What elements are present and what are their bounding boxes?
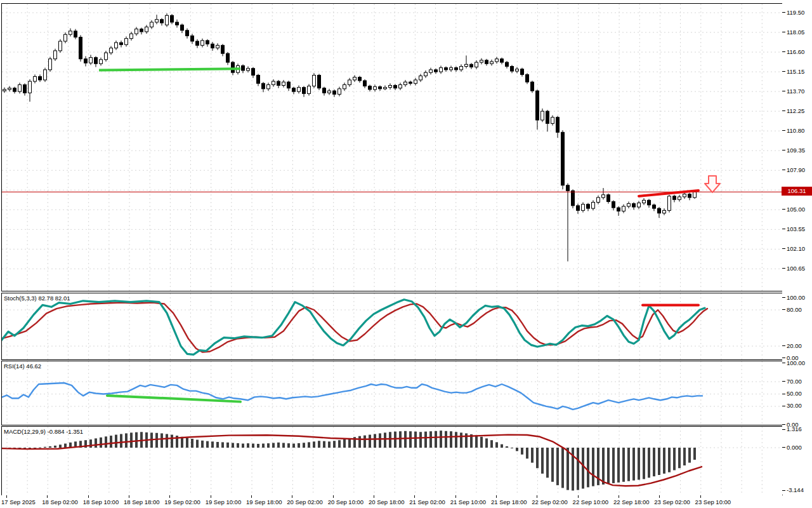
price-axis-label: 102.10 [787, 245, 805, 252]
scale-tick [782, 51, 785, 52]
scale-tick [782, 150, 785, 150]
macd-axis-label: 0.000 [787, 444, 802, 451]
time-tick [129, 495, 129, 498]
scale-tick [782, 345, 785, 346]
time-tick [537, 495, 537, 498]
scale-tick [782, 32, 785, 32]
rsi-axis-label: 100.00 [787, 359, 805, 366]
time-axis-label: 19 Sep 02:00 [164, 498, 200, 505]
time-axis-label: 19 Sep 18:00 [246, 498, 282, 505]
time-tick [169, 495, 170, 498]
time-axis-label: 19 Sep 10:00 [206, 498, 242, 505]
time-axis-label: 18 Sep 18:00 [124, 498, 160, 505]
time-tick [6, 495, 7, 498]
macd-panel[interactable] [1, 426, 783, 496]
time-tick [47, 495, 48, 498]
time-axis-label: 21 Sep 18:00 [491, 498, 527, 505]
time-tick [88, 495, 89, 498]
macd-axis-label: -3.144 [787, 486, 804, 493]
price-axis-label: 112.25 [787, 107, 804, 114]
scale-tick [782, 424, 785, 425]
scale-tick [782, 490, 785, 491]
rsi-axis-label: 30.00 [787, 402, 802, 409]
stochastic-panel[interactable] [1, 293, 783, 360]
time-axis-label: 23 Sep 10:00 [695, 498, 731, 505]
time-axis-label: 22 Sep 02:00 [532, 498, 568, 505]
current-price-badge[interactable]: 106.31 [782, 187, 812, 196]
scale-tick [782, 130, 785, 131]
main-price-chart[interactable] [1, 3, 783, 291]
stoch-axis-label: 80.00 [787, 306, 802, 313]
scale-tick [782, 91, 785, 91]
time-axis-label: 18 Sep 02:00 [42, 498, 78, 505]
price-axis-label: 110.80 [787, 127, 804, 134]
scale-tick [782, 406, 785, 406]
price-axis-label: 119.50 [787, 9, 804, 16]
chart-window: Stoch(5,3,3) 82.78 82.01 RSI(14) 46.62 M… [0, 0, 812, 508]
scale-tick [782, 297, 785, 298]
time-tick [292, 495, 292, 498]
price-axis-label: 103.55 [787, 225, 805, 232]
rsi-axis-label: 70.00 [787, 378, 802, 385]
green-support-trendline[interactable] [99, 69, 240, 70]
price-axis-label: 109.35 [787, 147, 805, 154]
rsi-panel[interactable] [1, 361, 783, 425]
time-axis-label: 18 Sep 10:00 [83, 498, 119, 505]
price-axis-label: 116.60 [787, 48, 804, 55]
scale-tick [782, 429, 785, 430]
macd-axis-label: 1.316 [787, 425, 802, 432]
scale-tick [782, 12, 785, 13]
stoch-axis-label: 20.00 [787, 342, 802, 349]
stoch-axis-label: 100.00 [787, 294, 805, 301]
rsi-axis-label: 50.00 [787, 390, 802, 397]
price-axis-label: 113.70 [787, 88, 804, 95]
scale-tick [782, 110, 785, 111]
time-axis-label: 20 Sep 18:00 [369, 498, 405, 505]
time-scale[interactable]: 17 Sep 202518 Sep 02:0018 Sep 10:0018 Se… [0, 495, 812, 508]
time-tick [211, 495, 211, 498]
time-tick [414, 495, 415, 498]
time-tick [619, 495, 619, 498]
time-tick [455, 495, 456, 498]
macd-indicator-label: MACD(12,29,9) -0.884 -1.351 [4, 428, 83, 435]
time-axis-label: 21 Sep 10:00 [450, 498, 487, 505]
time-tick [659, 495, 660, 498]
time-tick [496, 495, 497, 498]
time-axis-label: 20 Sep 10:00 [328, 498, 364, 505]
scale-tick [782, 381, 785, 382]
scale-tick [782, 209, 785, 210]
candles [3, 13, 697, 262]
time-tick [251, 495, 252, 498]
time-axis-label: 23 Sep 02:00 [654, 498, 690, 505]
time-tick [374, 495, 374, 498]
time-axis-label: 20 Sep 02:00 [287, 498, 323, 505]
time-tick [700, 495, 701, 498]
scale-tick [782, 71, 785, 72]
scale-tick [782, 447, 785, 448]
price-axis-label: 100.65 [787, 265, 805, 272]
scale-tick [782, 248, 785, 249]
stoch-indicator-label: Stoch(5,3,3) 82.78 82.01 [4, 295, 70, 302]
scale-tick [782, 268, 785, 269]
price-axis-label: 107.90 [787, 166, 805, 173]
macd-histogram [3, 431, 696, 490]
price-axis-label: 118.05 [787, 29, 804, 36]
scale-tick [782, 394, 785, 394]
price-axis-label: 115.15 [787, 68, 804, 75]
time-tick [578, 495, 579, 498]
time-tick [333, 495, 334, 498]
stoch-d-line [2, 303, 707, 352]
rsi-indicator-label: RSI(14) 46.62 [4, 363, 41, 370]
time-axis-label: 22 Sep 10:00 [573, 498, 609, 505]
scale-tick [782, 358, 785, 358]
scale-tick [782, 229, 785, 229]
scale-tick [782, 309, 785, 310]
time-axis-label: 21 Sep 02:00 [409, 498, 445, 505]
scale-tick [782, 363, 785, 363]
price-scale[interactable]: 119.50118.05116.60115.15113.70112.25110.… [782, 0, 812, 495]
time-axis-label: 22 Sep 18:00 [613, 498, 650, 505]
time-axis-label: 17 Sep 2025 [1, 498, 36, 505]
price-axis-label: 105.00 [787, 206, 805, 213]
scale-tick [782, 170, 785, 170]
